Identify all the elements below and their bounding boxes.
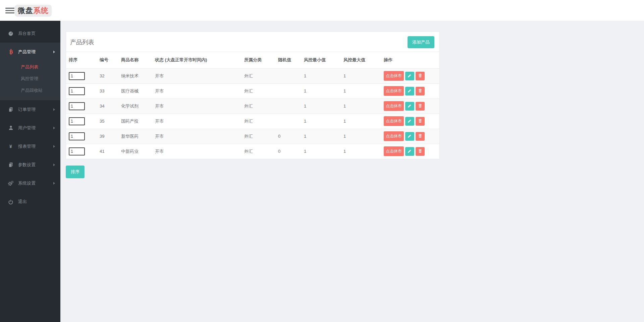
logo-text-primary: 微盘 <box>18 6 33 15</box>
product-list-card: 产品列表 添加产品 排序 编号 商品名称 状态 (大盘正常开市时间内) 所属分类… <box>66 31 440 159</box>
cell-id: 32 <box>97 68 118 83</box>
sidebar-item-risk-management[interactable]: 风控管理 <box>0 73 60 84</box>
sidebar-item-label: 用户管理 <box>18 125 36 131</box>
edit-button[interactable] <box>405 117 414 126</box>
cell-category: 外汇 <box>241 129 275 144</box>
trash-icon <box>418 88 422 94</box>
cell-name: 新华医药 <box>118 129 152 144</box>
delete-button[interactable] <box>416 72 425 80</box>
cell-category: 外汇 <box>241 144 275 159</box>
sidebar-item-product-list[interactable]: 产品列表 <box>0 61 60 73</box>
cell-status: 开市 <box>152 99 241 114</box>
pencil-icon <box>408 134 412 139</box>
sidebar-item-parameters[interactable]: 参数设置 <box>0 155 60 174</box>
sidebar-item-label: 后台首页 <box>18 30 36 37</box>
edit-button[interactable] <box>405 87 414 95</box>
close-market-button[interactable]: 点击休市 <box>384 131 404 141</box>
menu-toggle-icon[interactable] <box>5 8 14 13</box>
table-row: 33 医疗器械 开市 外汇 1 1 点击休市 <box>66 83 439 99</box>
sidebar-item-orders[interactable]: 订单管理 <box>0 100 60 119</box>
files-icon <box>7 162 14 168</box>
sidebar-item-reports[interactable]: ¥ 报表管理 <box>0 137 60 155</box>
sidebar: 后台首页 B 产品管理 产品列表 风控管理 产品回收站 订单管理 <box>0 21 60 322</box>
sort-order-input[interactable] <box>69 117 85 125</box>
delete-button[interactable] <box>416 132 425 141</box>
cell-name: 纳米技术 <box>118 68 152 83</box>
table-row: 41 中新药业 开市 外汇 0 1 1 点击休市 <box>66 144 439 159</box>
add-product-button[interactable]: 添加产品 <box>408 36 434 48</box>
col-header-actions: 操作 <box>381 52 439 68</box>
close-market-button[interactable]: 点击休市 <box>384 101 404 111</box>
delete-button[interactable] <box>416 87 425 95</box>
pencil-icon <box>408 104 412 109</box>
cell-status: 开市 <box>152 68 241 83</box>
sort-order-input[interactable] <box>69 102 85 110</box>
cell-name: 医疗器械 <box>118 83 152 99</box>
edit-button[interactable] <box>405 72 414 80</box>
col-header-risk-max: 风控最大值 <box>341 52 381 68</box>
cell-random: 0 <box>275 129 301 144</box>
chevron-right-icon <box>53 145 55 148</box>
yen-icon: ¥ <box>7 144 14 149</box>
col-header-sort: 排序 <box>66 52 97 68</box>
close-market-button[interactable]: 点击休市 <box>384 86 404 96</box>
sidebar-item-system-settings[interactable]: 系统设置 <box>0 174 60 192</box>
close-market-button[interactable]: 点击休市 <box>384 146 404 156</box>
table-row: 35 国药产投 开市 外汇 1 1 点击休市 <box>66 114 439 129</box>
sort-order-input[interactable] <box>69 72 85 80</box>
sidebar-item-dashboard[interactable]: 后台首页 <box>0 24 60 43</box>
bitcoin-icon: B <box>7 49 14 55</box>
close-market-button[interactable]: 点击休市 <box>384 116 404 126</box>
sort-order-input[interactable] <box>69 132 85 140</box>
cell-id: 41 <box>97 144 118 159</box>
svg-text:B: B <box>9 50 13 55</box>
trash-icon <box>418 104 422 109</box>
delete-button[interactable] <box>416 147 425 156</box>
cell-random <box>275 99 301 114</box>
delete-button[interactable] <box>416 117 425 126</box>
cell-risk-min: 1 <box>301 99 341 114</box>
cell-status: 开市 <box>152 144 241 159</box>
col-header-risk-min: 风控最小值 <box>301 52 341 68</box>
apply-sort-button[interactable]: 排序 <box>66 166 85 178</box>
user-icon <box>7 125 14 130</box>
sidebar-item-product-management[interactable]: B 产品管理 <box>0 43 60 61</box>
delete-button[interactable] <box>416 102 425 111</box>
table-body: 32 纳米技术 开市 外汇 1 1 点击休市 33 医疗器 <box>66 68 439 159</box>
cell-risk-max: 1 <box>341 144 381 159</box>
col-header-category: 所属分类 <box>241 52 275 68</box>
cell-status: 开市 <box>152 129 241 144</box>
sidebar-item-label: 参数设置 <box>18 162 36 168</box>
app-logo[interactable]: 微盘系统 <box>15 5 52 17</box>
cell-risk-min: 1 <box>301 129 341 144</box>
sidebar-group-product: B 产品管理 产品列表 风控管理 产品回收站 <box>0 43 60 100</box>
cell-id: 33 <box>97 83 118 99</box>
cell-random <box>275 114 301 129</box>
chevron-right-icon <box>53 127 55 129</box>
sort-order-input[interactable] <box>69 87 85 95</box>
trash-icon <box>418 134 422 139</box>
files-icon <box>7 107 14 112</box>
sidebar-item-logout[interactable]: 退出 <box>0 192 60 211</box>
col-header-status: 状态 (大盘正常开市时间内) <box>152 52 241 68</box>
cell-risk-max: 1 <box>341 114 381 129</box>
cell-risk-min: 1 <box>301 83 341 99</box>
close-market-button[interactable]: 点击休市 <box>384 71 404 81</box>
chevron-right-icon <box>53 51 55 53</box>
sidebar-item-users[interactable]: 用户管理 <box>0 119 60 137</box>
edit-button[interactable] <box>405 147 414 156</box>
card-header: 产品列表 添加产品 <box>66 32 439 52</box>
sort-order-input[interactable] <box>69 147 85 155</box>
pencil-icon <box>408 149 412 154</box>
sidebar-item-product-recycle[interactable]: 产品回收站 <box>0 84 60 96</box>
cell-id: 39 <box>97 129 118 144</box>
topbar: 微盘系统 <box>0 0 644 21</box>
edit-button[interactable] <box>405 132 414 141</box>
pencil-icon <box>408 119 412 124</box>
sidebar-item-label: 订单管理 <box>18 107 36 113</box>
cell-risk-max: 1 <box>341 83 381 99</box>
col-header-name: 商品名称 <box>118 52 152 68</box>
sidebar-nav: 后台首页 B 产品管理 产品列表 风控管理 产品回收站 订单管理 <box>0 21 60 211</box>
edit-button[interactable] <box>405 102 414 111</box>
table-header-row: 排序 编号 商品名称 状态 (大盘正常开市时间内) 所属分类 随机值 风控最小值… <box>66 52 439 68</box>
